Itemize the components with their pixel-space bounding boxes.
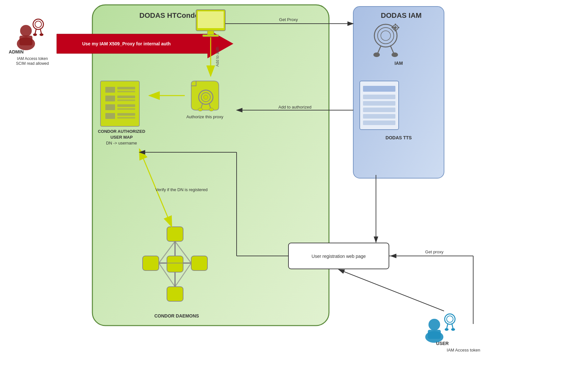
- svg-point-81: [451, 328, 455, 331]
- user-sublabel: IAM Access token: [447, 348, 480, 352]
- svg-point-77: [447, 316, 453, 322]
- svg-rect-60: [167, 227, 183, 241]
- svg-rect-52: [117, 99, 135, 101]
- svg-point-80: [445, 328, 449, 331]
- svg-point-10: [35, 21, 41, 28]
- add-to-auth-label: Add to auth: [215, 47, 220, 66]
- svg-rect-54: [117, 104, 135, 107]
- svg-rect-17: [207, 31, 214, 35]
- svg-line-12: [40, 29, 41, 34]
- verify-dn-label: Verify if the DN is registered: [155, 187, 207, 192]
- svg-rect-37: [363, 114, 395, 119]
- svg-rect-62: [191, 256, 207, 271]
- svg-point-9: [33, 19, 43, 29]
- svg-point-8: [20, 25, 32, 37]
- svg-point-13: [33, 33, 37, 36]
- condor-daemons-label: CONDOR DAEMONS: [154, 313, 199, 318]
- svg-rect-49: [117, 91, 135, 92]
- svg-point-25: [392, 52, 398, 57]
- admin-sublabel2: SCIM read allowed: [16, 61, 49, 66]
- svg-point-76: [445, 314, 455, 324]
- svg-rect-51: [117, 96, 135, 98]
- user-icon: [425, 319, 443, 343]
- admin-sublabel1: IAM Access token: [17, 56, 48, 61]
- dodas-htcondor-label: DODAS HTCondor: [139, 11, 202, 19]
- iam-label: IAM: [394, 61, 403, 66]
- svg-point-27: [394, 26, 397, 29]
- svg-rect-48: [117, 87, 135, 89]
- condor-map-label2: USER MAP: [111, 135, 133, 140]
- svg-rect-34: [363, 95, 395, 99]
- user-reg-label: User registration web page: [311, 254, 366, 259]
- svg-rect-36: [363, 108, 395, 112]
- svg-rect-56: [105, 113, 115, 119]
- svg-rect-57: [117, 113, 135, 116]
- user-to-reg-arrow: [339, 270, 444, 311]
- svg-point-24: [373, 52, 380, 57]
- svg-point-14: [40, 33, 43, 36]
- svg-rect-47: [105, 87, 115, 93]
- main-auth-arrow-label: Use my IAM X509_Proxy for internal auth: [82, 41, 170, 46]
- svg-point-41: [204, 95, 208, 99]
- svg-rect-16: [198, 11, 224, 28]
- svg-rect-38: [363, 121, 395, 125]
- admin-award-icon: [33, 19, 43, 36]
- admin-icon: [17, 25, 35, 50]
- svg-rect-53: [105, 104, 115, 110]
- dodas-iam-label: DODAS IAM: [381, 11, 422, 19]
- svg-rect-7: [19, 36, 32, 45]
- get-proxy2-label: Get proxy: [425, 249, 444, 254]
- proxy-icon: [191, 81, 219, 111]
- svg-rect-28: [395, 24, 396, 25]
- svg-rect-31: [398, 27, 399, 28]
- svg-rect-61: [143, 256, 159, 271]
- svg-line-11: [35, 29, 36, 34]
- svg-rect-58: [117, 117, 135, 119]
- svg-point-45: [209, 108, 214, 111]
- svg-line-78: [447, 323, 448, 329]
- svg-rect-63: [167, 287, 183, 301]
- dodas-tts-component: [360, 81, 399, 130]
- svg-rect-29: [395, 30, 396, 31]
- svg-rect-35: [363, 101, 395, 106]
- svg-rect-18: [203, 35, 219, 37]
- svg-point-44: [198, 108, 203, 111]
- user-award-icon: [445, 314, 455, 331]
- svg-rect-50: [105, 96, 115, 101]
- condor-map-icon: [100, 81, 139, 126]
- get-proxy-label: Get Proxy: [279, 17, 298, 22]
- svg-point-75: [428, 319, 440, 330]
- svg-rect-59: [167, 256, 183, 272]
- user-label: USER: [436, 341, 449, 346]
- svg-rect-74: [428, 330, 441, 339]
- svg-rect-55: [117, 108, 135, 110]
- dodas-tts-label: DODAS TTS: [386, 135, 412, 140]
- add-to-authorized-label: Add to authorized: [278, 105, 311, 110]
- svg-rect-33: [363, 86, 395, 92]
- svg-rect-30: [392, 27, 393, 28]
- condor-map-label1: CONDOR AUTHORIZED: [98, 129, 145, 134]
- authorize-proxy-label: Authorize this proxy: [186, 114, 224, 119]
- condor-map-label3: DN -> username: [106, 141, 137, 145]
- svg-line-79: [452, 323, 453, 329]
- admin-label: ADMIN: [9, 49, 24, 54]
